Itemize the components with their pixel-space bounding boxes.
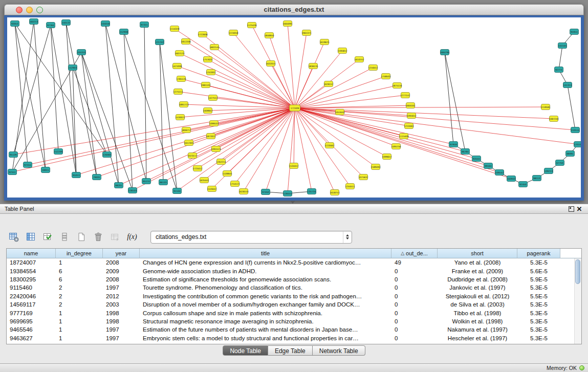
graph-node[interactable]: 95914 bbox=[570, 29, 579, 35]
graph-node[interactable]: 126060 bbox=[103, 152, 112, 158]
table-cell[interactable]: 9115460 bbox=[7, 285, 56, 291]
table-cell[interactable]: de Silva et al. (2003) bbox=[438, 301, 517, 308]
graph-node[interactable]: 135734 bbox=[308, 189, 316, 194]
table-cell[interactable]: 0 bbox=[391, 318, 438, 324]
graph-node[interactable]: 1610747 bbox=[354, 57, 364, 62]
graph-node[interactable]: 1091523 bbox=[211, 146, 221, 152]
table-cell[interactable]: Tourette syndrome. Phenomenology and cla… bbox=[140, 285, 391, 291]
graph-node[interactable]: 1806717 bbox=[181, 127, 191, 133]
table-cell[interactable]: Embryonic stem cells: a model to study s… bbox=[140, 335, 391, 341]
table-row[interactable]: 1938455462009Genome-wide association stu… bbox=[7, 267, 581, 275]
column-header-name[interactable]: name bbox=[7, 249, 56, 258]
graph-node[interactable]: 1619625 bbox=[319, 39, 329, 45]
table-cell[interactable]: Estimation of the future numbers of pati… bbox=[140, 326, 391, 333]
graph-node[interactable]: 140137 bbox=[62, 20, 71, 26]
graph-node[interactable]: 95174 bbox=[142, 179, 151, 184]
graph-node[interactable]: 160943 bbox=[507, 176, 516, 182]
graph-node[interactable]: 98113 bbox=[533, 176, 541, 181]
graph-node[interactable]: 97450 bbox=[262, 189, 270, 195]
graph-node[interactable]: 92450 bbox=[519, 182, 528, 187]
graph-node[interactable]: 1115409 bbox=[399, 134, 408, 139]
graph-node[interactable]: 141313 bbox=[563, 82, 572, 88]
graph-node[interactable]: 1595812 bbox=[337, 48, 347, 54]
graph-node[interactable]: 91534 bbox=[173, 188, 182, 194]
graph-node[interactable]: 1635441 bbox=[199, 178, 209, 183]
graph-node[interactable]: 86784 bbox=[461, 149, 470, 155]
close-window-icon[interactable] bbox=[16, 7, 23, 13]
table-cell[interactable]: 1 bbox=[56, 259, 103, 266]
graph-node[interactable]: 1589493 bbox=[371, 164, 380, 170]
graph-node[interactable]: 120103 bbox=[574, 142, 581, 147]
new-table-button[interactable] bbox=[75, 230, 88, 244]
table-cell[interactable]: 0 bbox=[391, 310, 438, 316]
tab-node-table[interactable]: Node Table bbox=[223, 345, 268, 356]
graph-node[interactable]: 1748503 bbox=[381, 74, 390, 79]
graph-node[interactable]: 1154328 bbox=[169, 26, 179, 32]
graph-node[interactable]: 99164 bbox=[484, 163, 493, 169]
column-header-title[interactable]: title bbox=[140, 249, 391, 258]
table-cell[interactable]: 1 bbox=[56, 335, 103, 341]
minimize-window-icon[interactable] bbox=[26, 7, 33, 13]
graph-node[interactable]: 1981102 bbox=[201, 82, 210, 88]
graph-node[interactable]: 1220467 bbox=[324, 143, 334, 148]
table-cell[interactable]: 1 bbox=[56, 310, 103, 316]
table-cell[interactable]: 2008 bbox=[103, 259, 140, 266]
graph-node[interactable]: 97554 bbox=[24, 162, 32, 168]
table-cell[interactable]: 2 bbox=[56, 293, 103, 299]
graph-node[interactable]: 1664091 bbox=[282, 21, 292, 27]
graph-node[interactable]: 88091 bbox=[566, 151, 575, 157]
table-row[interactable]: 977716911998Corpus callosum shape and si… bbox=[7, 309, 581, 317]
graph-node[interactable]: 1091652 bbox=[406, 113, 416, 119]
graph-node[interactable]: 1754123 bbox=[230, 181, 239, 187]
graph-node[interactable]: 1757631 bbox=[203, 57, 212, 62]
table-selector-dropdown[interactable]: citations_edges.txt bbox=[150, 231, 352, 244]
network-view[interactable]: 1154328181220816071251421008178512012751… bbox=[7, 17, 581, 198]
graph-node[interactable]: 110514 bbox=[571, 127, 580, 133]
table-cell[interactable]: Franke et al. (2009) bbox=[438, 268, 517, 274]
graph-node[interactable]: 205310 bbox=[77, 50, 86, 55]
table-row[interactable]: 911546021997Tourette syndrome. Phenomeno… bbox=[7, 283, 581, 292]
graph-node[interactable]: 152209 bbox=[54, 149, 63, 155]
graph-node[interactable]: 1626510 bbox=[238, 189, 248, 194]
graph-node[interactable]: 67750 bbox=[556, 160, 564, 166]
table-cell[interactable]: Investigating the contribution of common… bbox=[140, 293, 391, 299]
graph-node[interactable]: 121742 bbox=[156, 39, 164, 45]
graph-node[interactable]: 104018 bbox=[101, 21, 110, 27]
table-row[interactable]: 1830029562008Estimation of significance … bbox=[7, 275, 581, 283]
graph-node[interactable]: 1632015 bbox=[266, 61, 275, 67]
table-cell[interactable]: 1 bbox=[56, 326, 103, 333]
float-panel-icon[interactable] bbox=[567, 205, 575, 212]
graph-node[interactable]: 1607125 bbox=[175, 51, 184, 56]
close-panel-icon[interactable]: ✕ bbox=[575, 205, 583, 212]
graph-node[interactable]: 1802145 bbox=[209, 45, 219, 50]
table-cell[interactable]: 5.3E-5 bbox=[517, 335, 560, 341]
table-row[interactable]: 946362711997Embryonic stem cells: a mode… bbox=[7, 334, 581, 342]
graph-node[interactable]: 1722608 bbox=[198, 32, 207, 37]
table-cell[interactable]: Dudbridge et al. (2008) bbox=[438, 276, 517, 282]
citation-network-canvas[interactable]: 1154328181220816071251421008178512012751… bbox=[7, 17, 581, 198]
table-cell[interactable]: Genome-wide association studies in ADHD. bbox=[140, 268, 391, 274]
table-cell[interactable]: 1997 bbox=[103, 326, 140, 333]
table-cell[interactable]: 5.3E-5 bbox=[517, 285, 560, 291]
column-header-pagerank[interactable]: pagerank bbox=[517, 249, 560, 258]
table-cell[interactable]: 0 bbox=[391, 293, 438, 299]
graph-node[interactable]: 1277147 bbox=[400, 93, 410, 98]
graph-node[interactable]: 128103 bbox=[128, 188, 137, 193]
graph-node[interactable]: 1087240 bbox=[549, 116, 558, 122]
graph-node[interactable]: 1664794 bbox=[440, 50, 449, 55]
graph-node[interactable]: 1626157 bbox=[323, 81, 333, 87]
graph-node[interactable]: 97764 bbox=[47, 23, 55, 28]
graph-node[interactable]: 95013 bbox=[72, 172, 81, 178]
graph-node[interactable]: 1534457 bbox=[289, 163, 298, 169]
graph-node[interactable]: 1664161 bbox=[405, 103, 415, 108]
graph-node[interactable]: 1530021 bbox=[175, 115, 185, 120]
graph-node[interactable]: 1812208 bbox=[181, 39, 190, 45]
table-cell[interactable]: 5.9E-5 bbox=[517, 276, 560, 282]
import-table-button[interactable] bbox=[108, 230, 122, 244]
table-cell[interactable]: 9463627 bbox=[7, 335, 56, 341]
table-cell[interactable]: 1 bbox=[56, 318, 103, 324]
table-row[interactable]: 1456911722003Disruption of a novel membe… bbox=[7, 300, 581, 309]
table-cell[interactable]: Stergiakouli et al. (2012) bbox=[438, 293, 517, 299]
table-cell[interactable]: 2009 bbox=[103, 268, 140, 274]
column-settings-button[interactable] bbox=[7, 230, 20, 244]
